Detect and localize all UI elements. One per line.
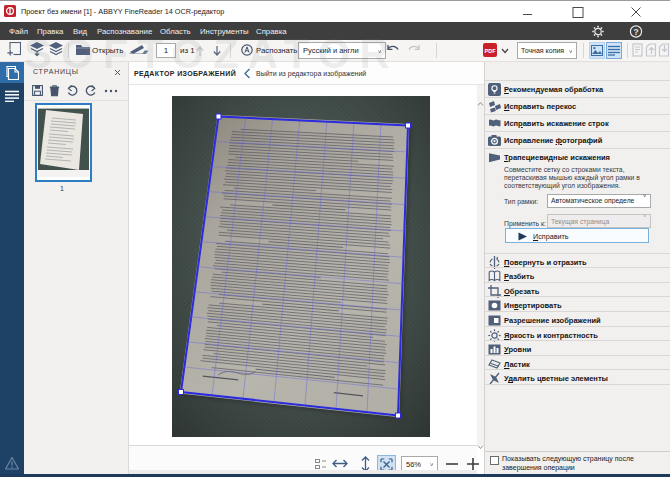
- svg-text:?: ?: [633, 27, 638, 37]
- svg-text:PDF: PDF: [485, 48, 497, 54]
